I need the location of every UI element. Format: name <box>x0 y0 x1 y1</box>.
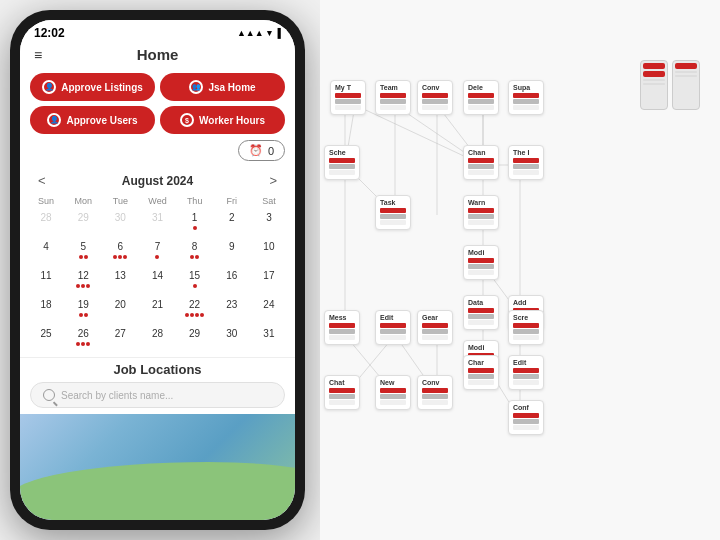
cal-cell[interactable]: 30 <box>102 209 138 237</box>
cal-cell[interactable]: 29 <box>177 325 213 353</box>
cal-cell[interactable]: 28 <box>28 209 64 237</box>
cal-cell[interactable]: 21 <box>139 296 175 324</box>
node-card-myT[interactable]: My T <box>330 80 366 115</box>
node-card-conv[interactable]: Conv <box>417 80 453 115</box>
search-bar[interactable]: Search by clients name... <box>30 382 285 408</box>
node-content-row <box>329 388 355 393</box>
node-content-row <box>422 400 448 405</box>
cal-cell[interactable]: 4 <box>28 238 64 266</box>
node-card-warn[interactable]: Warn <box>463 195 499 230</box>
calendar: < August 2024 > SunMonTueWedThuFriSat282… <box>20 165 295 357</box>
node-card-edit2[interactable]: Edit <box>508 355 544 390</box>
cal-cell[interactable]: 26 <box>65 325 101 353</box>
node-title: Edit <box>513 359 539 366</box>
node-content-row <box>329 335 355 340</box>
cal-cell[interactable]: 27 <box>102 325 138 353</box>
cal-cell[interactable]: 6 <box>102 238 138 266</box>
calendar-month-title: August 2024 <box>122 174 193 188</box>
cal-cell[interactable]: 19 <box>65 296 101 324</box>
cal-date-number: 28 <box>41 211 52 225</box>
cal-cell[interactable]: 11 <box>28 267 64 295</box>
node-card-char[interactable]: Char <box>463 355 499 390</box>
node-card-modi[interactable]: Modi <box>463 245 499 280</box>
cal-cell[interactable]: 30 <box>214 325 250 353</box>
cal-cell[interactable]: 22 <box>177 296 213 324</box>
node-card-dele[interactable]: Dele <box>463 80 499 115</box>
node-card-conf[interactable]: Conf <box>508 400 544 435</box>
cal-cell[interactable]: 5 <box>65 238 101 266</box>
node-card-new[interactable]: New <box>375 375 411 410</box>
node-card-team[interactable]: Team <box>375 80 411 115</box>
cal-cell[interactable]: 8 <box>177 238 213 266</box>
cal-cell[interactable]: 24 <box>251 296 287 324</box>
cal-date-number: 16 <box>226 269 237 283</box>
cal-dot <box>195 313 199 317</box>
node-title: Supa <box>513 84 539 91</box>
cal-cell[interactable]: 12 <box>65 267 101 295</box>
node-title: Chan <box>468 149 494 156</box>
node-content-row <box>468 270 494 275</box>
approve-listings-button[interactable]: 👤 Approve Listings <box>30 73 155 101</box>
node-card-task[interactable]: Task <box>375 195 411 230</box>
cal-cell[interactable]: 13 <box>102 267 138 295</box>
cal-cell[interactable]: 29 <box>65 209 101 237</box>
cal-date-number: 2 <box>229 211 235 225</box>
cal-cell[interactable]: 16 <box>214 267 250 295</box>
node-card-scrn[interactable]: Scre <box>508 310 544 345</box>
calendar-next-button[interactable]: > <box>263 171 283 190</box>
timer-badge[interactable]: ⏰ 0 <box>238 140 285 161</box>
node-content-row <box>380 329 406 334</box>
cal-cell[interactable]: 18 <box>28 296 64 324</box>
cal-date-number: 31 <box>263 327 274 341</box>
cal-cell[interactable]: 15 <box>177 267 213 295</box>
node-card-data[interactable]: Data <box>463 295 499 330</box>
node-content-row <box>468 214 494 219</box>
node-content-row <box>513 329 539 334</box>
cal-cell[interactable]: 3 <box>251 209 287 237</box>
cal-cell[interactable]: 17 <box>251 267 287 295</box>
cal-cell[interactable]: 2 <box>214 209 250 237</box>
cal-cell[interactable]: 23 <box>214 296 250 324</box>
cal-cell[interactable]: 10 <box>251 238 287 266</box>
node-card-mess[interactable]: Mess <box>324 310 360 345</box>
node-content-row <box>513 158 539 163</box>
cal-cell[interactable]: 1 <box>177 209 213 237</box>
cal-cell[interactable]: 31 <box>251 325 287 353</box>
node-title: Modi <box>468 344 494 351</box>
node-title: Team <box>380 84 406 91</box>
node-card-theI[interactable]: The I <box>508 145 544 180</box>
node-content-row <box>513 413 539 418</box>
node-card-gear[interactable]: Gear <box>417 310 453 345</box>
cal-cell[interactable]: 31 <box>139 209 175 237</box>
cal-cell[interactable]: 20 <box>102 296 138 324</box>
node-card-sche[interactable]: Sche <box>324 145 360 180</box>
node-card-chat[interactable]: Chat <box>324 375 360 410</box>
node-card-supa[interactable]: Supa <box>508 80 544 115</box>
cal-date-number: 4 <box>43 240 49 254</box>
cal-cell[interactable]: 9 <box>214 238 250 266</box>
cal-cell[interactable]: 7 <box>139 238 175 266</box>
map-land-mass <box>20 462 295 520</box>
node-content-row <box>513 93 539 98</box>
worker-hours-button[interactable]: $ Worker Hours <box>160 106 285 134</box>
cal-cell[interactable]: 25 <box>28 325 64 353</box>
cal-dot <box>195 255 199 259</box>
node-card-conv2[interactable]: Conv <box>417 375 453 410</box>
cal-dots <box>113 255 127 259</box>
node-content-row <box>422 388 448 393</box>
mini-red-bar-2 <box>643 71 665 77</box>
calendar-prev-button[interactable]: < <box>32 171 52 190</box>
node-card-chan[interactable]: Chan <box>463 145 499 180</box>
job-locations-title: Job Locations <box>20 357 295 382</box>
node-title: Gear <box>422 314 448 321</box>
node-content-row <box>422 93 448 98</box>
approve-users-button[interactable]: 👤 Approve Users <box>30 106 155 134</box>
node-content-row <box>513 425 539 430</box>
cal-cell[interactable]: 28 <box>139 325 175 353</box>
jsa-home-button[interactable]: 👥 Jsa Home <box>160 73 285 101</box>
node-content-row <box>380 99 406 104</box>
node-content-row <box>422 329 448 334</box>
node-card-edit[interactable]: Edit <box>375 310 411 345</box>
cal-cell[interactable]: 14 <box>139 267 175 295</box>
hamburger-menu-icon[interactable]: ≡ <box>34 47 42 63</box>
